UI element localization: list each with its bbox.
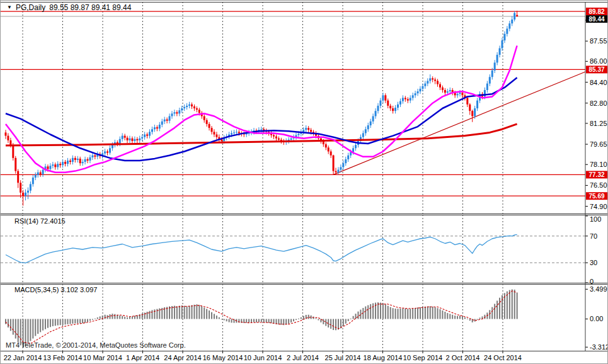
svg-text:81.25: 81.25 [590,120,607,127]
svg-text:84.40: 84.40 [590,79,607,86]
svg-text:87.55: 87.55 [590,37,607,45]
svg-text:76.50: 76.50 [590,181,607,189]
svg-text:25 Jul 2014: 25 Jul 2014 [325,354,361,361]
svg-text:1 Apr 2014: 1 Apr 2014 [126,354,159,361]
svg-text:100: 100 [590,215,601,223]
rsi-level-lines [1,236,585,263]
svg-text:10 Mar 2014: 10 Mar 2014 [83,354,122,361]
rsi-axis: 10070300 [585,215,601,285]
svg-text:85.37: 85.37 [588,66,604,73]
svg-text:79.65: 79.65 [590,140,607,148]
svg-text:75.69: 75.69 [588,193,604,200]
chart-canvas[interactable]: 89.1587.5586.0084.4082.8081.2579.6578.10… [1,1,608,364]
svg-text:2 Oct 2014: 2 Oct 2014 [446,354,480,361]
svg-text:3.499: 3.499 [590,285,607,293]
svg-text:74.90: 74.90 [590,203,607,210]
svg-text:89.44: 89.44 [588,16,604,23]
svg-text:24 Apr 2014: 24 Apr 2014 [164,354,201,361]
svg-text:2 Jul 2014: 2 Jul 2014 [287,354,319,361]
date-axis: 22 Jan 201413 Feb 201410 Mar 20141 Apr 2… [4,351,522,361]
svg-text:89.82: 89.82 [588,8,604,15]
svg-text:10 Jun 2014: 10 Jun 2014 [244,354,282,361]
vertical-gridlines [23,2,503,351]
mt4-chart-window: 89.1587.5586.0084.4082.8081.2579.6578.10… [0,0,608,364]
macd-histogram [5,290,518,348]
svg-text:77.32: 77.32 [588,171,604,178]
macd-axis: 3.4990.00-3.312 [585,285,608,351]
svg-text:78.10: 78.10 [590,161,607,168]
chart-title: ▼PG,Daily89.55 89.87 89.41 89.44 [7,3,131,12]
ohlc-label: 89.55 89.87 89.41 89.44 [49,3,131,12]
svg-text:86.00: 86.00 [590,57,607,65]
svg-text:22 Jan 2014: 22 Jan 2014 [4,354,42,361]
price-axis: 89.1587.5586.0084.4082.8081.2579.6578.10… [585,16,607,210]
svg-text:30: 30 [590,259,597,266]
candles-group [5,11,519,205]
dropdown-triangle-icon: ▼ [7,4,12,11]
svg-text:16 May 2014: 16 May 2014 [203,354,243,361]
svg-text:18 Aug 2014: 18 Aug 2014 [364,354,403,361]
price-level-lines [1,11,585,196]
svg-text:-3.312: -3.312 [590,343,608,351]
symbol-label: PG,Daily [16,3,45,12]
svg-text:0.00: 0.00 [590,315,603,322]
svg-text:70: 70 [590,232,597,240]
copyright-text: MT4 TeleTrade, © 2001-2014, MetaQuotes S… [6,341,186,349]
macd-label: MACD(5,34,5) 3.102 3.097 [14,286,97,293]
rsi-line [6,234,517,263]
svg-text:24 Oct 2014: 24 Oct 2014 [484,354,522,361]
svg-text:10 Sep 2014: 10 Sep 2014 [403,354,442,361]
svg-text:82.80: 82.80 [590,100,607,107]
rsi-label: RSI(14) 72.4015 [14,217,66,225]
ma-slow-blue-line [6,77,517,161]
svg-text:13 Feb 2014: 13 Feb 2014 [43,354,83,361]
